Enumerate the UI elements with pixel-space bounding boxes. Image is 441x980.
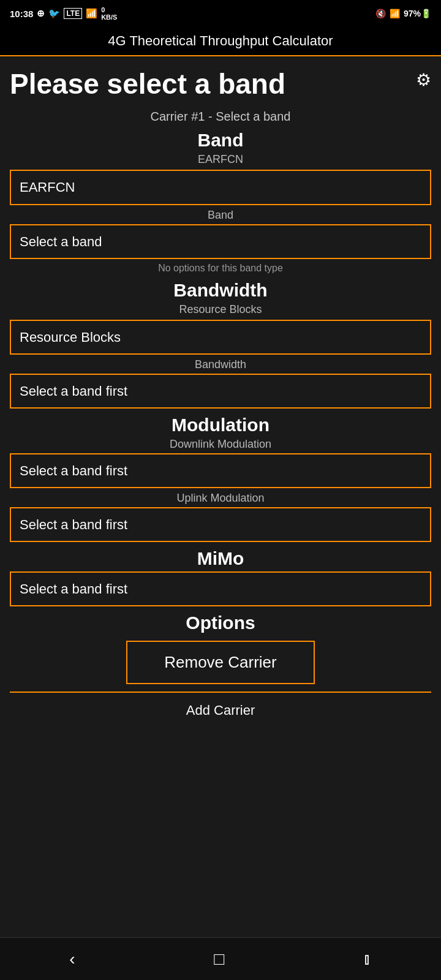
band-section-header: Band	[10, 130, 431, 151]
recent-button[interactable]: ⫾	[351, 943, 384, 975]
location-icon: ⊕	[37, 8, 45, 19]
mimo-field-container: Select a band first	[10, 571, 431, 606]
band-title: Band	[10, 130, 431, 151]
bandwidth-title: Bandwidth	[10, 280, 431, 301]
uplink-field-container: Select a band first	[10, 507, 431, 542]
add-carrier-label: Add Carrier	[186, 703, 255, 718]
modulation-title: Modulation	[10, 415, 431, 435]
main-heading: Please select a band	[10, 69, 431, 100]
carrier-section: Carrier #1 - Select a band Band EARFCN B…	[0, 110, 441, 787]
carrier-label: Carrier #1 - Select a band	[10, 110, 431, 124]
time-display: 10:38	[10, 9, 33, 19]
lte-icon: LTE	[64, 8, 82, 19]
downlink-label: Downlink Modulation	[10, 438, 431, 451]
bandwidth-section-header: Bandwidth	[10, 280, 431, 301]
status-bar: 10:38 ⊕ 🐦 LTE 📶 0KB/S 🔇 📶 97%🔋	[0, 0, 441, 27]
resource-blocks-select[interactable]: Resource Blocks	[10, 320, 431, 355]
kb-display: 0KB/S	[101, 6, 117, 21]
bandwidth-field-label: Bandwidth	[10, 358, 431, 371]
main-content: Please select a band ⚙ Carrier #1 - Sele…	[0, 56, 441, 787]
earfcn-input[interactable]	[10, 170, 431, 205]
add-carrier-hint[interactable]: Add Carrier	[10, 692, 431, 728]
header-section: Please select a band ⚙	[0, 56, 441, 110]
uplink-label: Uplink Modulation	[10, 492, 431, 505]
status-right: 🔇 📶 97%🔋	[375, 9, 431, 18]
mute-icon: 🔇	[375, 9, 386, 18]
mimo-select[interactable]: Select a band first	[10, 571, 431, 606]
signal-bars: 📶	[86, 8, 97, 19]
modulation-section-header: Modulation	[10, 415, 431, 435]
bandwidth-select[interactable]: Select a band first	[10, 374, 431, 409]
options-title: Options	[10, 612, 431, 633]
uplink-select[interactable]: Select a band first	[10, 507, 431, 542]
resource-blocks-field-container: Resource Blocks	[10, 320, 431, 355]
band-select[interactable]: Select a band	[10, 224, 431, 259]
band-field-label: Band	[10, 209, 431, 222]
remove-carrier-button[interactable]: Remove Carrier	[126, 641, 315, 684]
app-bar: 4G Theoretical Throughput Calculator	[0, 27, 441, 56]
resource-blocks-label: Resource Blocks	[10, 303, 431, 316]
wifi-icon: 📶	[390, 9, 400, 18]
status-time: 10:38 ⊕ 🐦 LTE 📶 0KB/S	[10, 6, 117, 21]
settings-icon[interactable]: ⚙	[416, 70, 431, 90]
downlink-select[interactable]: Select a band first	[10, 453, 431, 488]
band-field-container: Select a band	[10, 224, 431, 259]
remove-carrier-container: Remove Carrier	[10, 641, 431, 684]
back-button[interactable]: ‹	[57, 943, 87, 975]
twitter-icon: 🐦	[48, 8, 60, 19]
app-title: 4G Theoretical Throughput Calculator	[108, 33, 333, 48]
earfcn-field-container	[10, 170, 431, 205]
band-hint: No options for this band type	[10, 263, 431, 274]
bandwidth-field-container: Select a band first	[10, 374, 431, 409]
bottom-nav: ‹ □ ⫾	[0, 937, 441, 980]
battery-display: 97%🔋	[404, 9, 431, 18]
mimo-section-header: MiMo	[10, 548, 431, 569]
mimo-title: MiMo	[10, 548, 431, 569]
home-button[interactable]: □	[202, 943, 236, 975]
earfcn-label: EARFCN	[10, 153, 431, 166]
options-section-header: Options	[10, 612, 431, 633]
downlink-field-container: Select a band first	[10, 453, 431, 488]
